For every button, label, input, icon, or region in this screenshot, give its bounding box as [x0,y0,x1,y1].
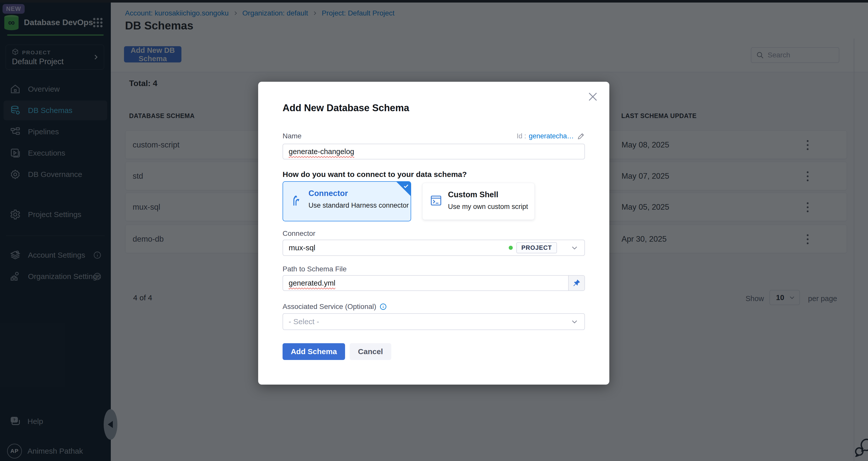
option-title: Custom Shell [448,190,498,199]
modal-actions: Add Schema Cancel [283,343,391,360]
check-icon [403,183,409,189]
connector-select[interactable]: mux-sql PROJECT [283,240,585,256]
modal-title: Add New Database Schema [283,103,409,113]
option-card-custom-shell[interactable]: Custom Shell Use my own custom script [422,183,535,220]
chevron-down-icon [571,244,578,252]
option-subtitle: Use standard Harness connector [308,202,409,209]
name-label: Name [283,132,302,140]
close-icon[interactable] [586,90,599,103]
id-prefix: Id : [517,132,526,140]
option-subtitle: Use my own custom script [448,203,528,211]
edit-pencil-icon[interactable] [577,132,585,140]
name-input-value: generate-changelog [289,147,354,156]
connection-question: How do you want to connect to your data … [283,170,467,179]
option-title: Connector [308,189,348,198]
connector-value: mux-sql [289,243,315,252]
option-card-connector[interactable]: Connector Use standard Harness connector [283,181,411,221]
connector-status-dot [509,246,513,250]
screen: NEW ∞ Database DevOps PROJECT Default Pr… [0,0,868,461]
associated-service-label: Associated Service (Optional) [283,303,376,311]
id-value-link[interactable]: generatecha… [529,132,574,140]
cancel-button[interactable]: Cancel [350,343,391,360]
connector-label: Connector [283,229,315,238]
associated-service-placeholder: - Select - [289,317,319,326]
add-schema-button[interactable]: Add Schema [283,343,345,360]
path-input[interactable]: generated.yml [283,275,585,291]
chevron-down-icon [571,318,578,325]
name-field-header: Name Id : generatecha… [283,132,585,140]
associated-service-header: Associated Service (Optional) [283,303,387,311]
connector-branch-icon [291,194,303,207]
path-input-value: generated.yml [289,279,335,287]
schema-id-group: Id : generatecha… [517,132,585,140]
scope-badge: PROJECT [516,242,557,253]
pin-runtime-input-button[interactable] [568,276,584,290]
path-label: Path to Schema File [283,265,347,273]
add-schema-modal: Add New Database Schema Name Id : genera… [258,82,609,385]
info-icon[interactable] [379,303,387,310]
pin-icon [572,279,581,287]
associated-service-select[interactable]: - Select - [283,313,585,330]
terminal-icon [430,194,442,207]
name-input[interactable]: generate-changelog [283,144,585,159]
